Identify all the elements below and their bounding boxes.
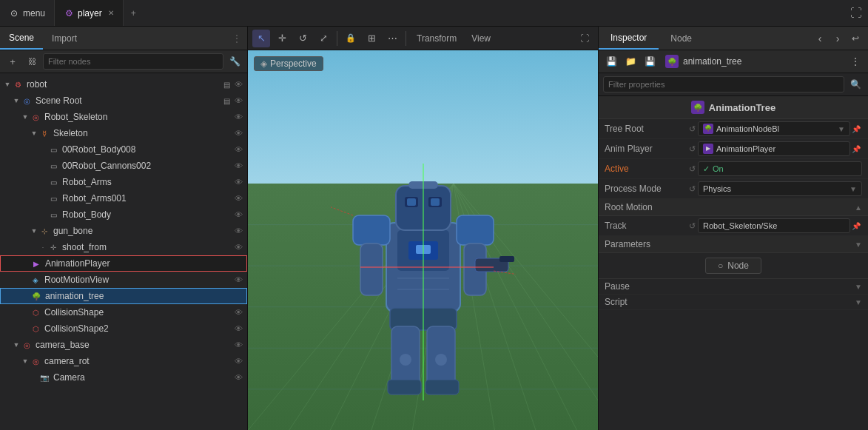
panel-tab-scene[interactable]: Scene (0, 27, 43, 50)
tree-item-camera-rot[interactable]: ▼ ◎ camera_rot 👁 (0, 353, 247, 369)
inspector-settings-btn[interactable]: ⋮ (847, 53, 864, 70)
shoot-from-eye[interactable]: 👁 (232, 241, 244, 253)
prop-value-script[interactable]: ▼ (686, 298, 862, 306)
filter-config-btn[interactable]: 🔧 (226, 53, 243, 70)
panel-tab-import[interactable]: Import (43, 27, 86, 50)
vp-view-label[interactable]: View (465, 33, 497, 44)
vp-transform-label[interactable]: Transform (411, 33, 462, 44)
root-motion-eye[interactable]: 👁 (232, 274, 244, 286)
tree-item-robot[interactable]: ▼ ⚙ robot ▤ 👁 (0, 76, 247, 93)
prop-value-track[interactable]: Robot_Skeleton/Ske (698, 218, 850, 233)
fullscreen-btn[interactable]: ⛶ (844, 7, 868, 20)
viewport-canvas[interactable]: ◈ Perspective (248, 50, 598, 430)
tree-arrow-scene-root[interactable]: ▼ (12, 96, 21, 105)
tree-item-animation-tree[interactable]: 🌳 animation_tree (0, 288, 247, 304)
vp-rotate-btn[interactable]: ↺ (294, 30, 312, 47)
body008-eye[interactable]: 👁 (232, 144, 244, 155)
vp-sep1 (337, 31, 337, 46)
vp-select-btn[interactable]: ↖ (252, 30, 270, 47)
inspector-tab-node[interactable]: Node (659, 27, 704, 50)
tree-arrow-collision2 (21, 324, 30, 333)
inspector-open-folder[interactable]: 📁 (622, 53, 639, 70)
inspector-tab-inspector[interactable]: Inspector (599, 27, 659, 50)
camera-rot-eye[interactable]: 👁 (232, 355, 244, 367)
inspector-nav-next[interactable]: › (830, 30, 846, 47)
prop-value-pause[interactable]: ▼ (686, 283, 862, 291)
tree-arrow-camera-rot[interactable]: ▼ (21, 357, 30, 366)
tree-arrow-skeleton[interactable]: ▼ (30, 129, 38, 138)
tab-player-close[interactable]: ✕ (108, 9, 114, 17)
panel-more-btn[interactable]: ⋮ (226, 33, 247, 44)
tab-menu[interactable]: ⊙ menu (0, 0, 55, 26)
tree-item-robot-skeleton[interactable]: ▼ ◎ Robot_Skeleton 👁 (0, 109, 247, 125)
tree-item-arms[interactable]: ▭ Robot_Arms 👁 (0, 174, 247, 190)
prop-reset-process-mode[interactable]: ↺ (686, 183, 698, 195)
gun-bone-eye[interactable]: 👁 (232, 225, 244, 237)
inspector-history[interactable]: ↩ (847, 30, 864, 47)
prop-value-anim-player[interactable]: ▶ AnimationPlayer (698, 141, 850, 156)
collision1-eye[interactable]: 👁 (232, 306, 244, 318)
robot-extra-icon[interactable]: ▤ (221, 78, 232, 90)
tree-arrow-camera-base[interactable]: ▼ (12, 340, 21, 349)
camera-base-eye[interactable]: 👁 (232, 339, 244, 351)
scene-root-eye[interactable]: 👁 (232, 95, 244, 107)
skeleton-eye[interactable]: 👁 (232, 127, 244, 139)
filter-search-btn[interactable]: 🔍 (847, 76, 864, 93)
prop-value-process-mode[interactable]: Physics ▼ (698, 181, 862, 196)
tree-item-arms001[interactable]: ▭ Robot_Arms001 👁 (0, 190, 247, 206)
prop-value-tree-root[interactable]: 🌳 AnimationNodeBl ▼ (698, 121, 850, 136)
vp-more-btn[interactable]: ⋯ (383, 30, 401, 47)
section-parameters[interactable]: Parameters ▼ (599, 236, 868, 253)
robot-eye-icon[interactable]: 👁 (232, 78, 244, 90)
tree-item-root-motion[interactable]: ◈ RootMotionView 👁 (0, 272, 247, 288)
tree-arrow-robot-skeleton[interactable]: ▼ (21, 112, 30, 121)
link-btn[interactable]: ⛓ (24, 53, 40, 70)
tree-item-collision1[interactable]: ⬡ CollisionShape 👁 (0, 304, 247, 320)
prop-pin-anim-player[interactable]: 📌 (850, 143, 862, 155)
vp-scale-btn[interactable]: ⤢ (314, 30, 332, 47)
cannons-eye[interactable]: 👁 (232, 160, 244, 172)
body-eye[interactable]: 👁 (232, 209, 244, 221)
prop-reset-active[interactable]: ↺ (686, 163, 698, 175)
tree-arrow-gun-bone[interactable]: ▼ (30, 226, 38, 235)
tree-item-camera[interactable]: 📷 Camera 👁 (0, 369, 247, 386)
tree-item-body008[interactable]: ▭ 00Robot_Body008 👁 (0, 141, 247, 158)
prop-reset-anim-player[interactable]: ↺ (686, 143, 698, 155)
tree-item-collision2[interactable]: ⬡ CollisionShape2 👁 (0, 320, 247, 337)
tab-player[interactable]: ⚙ player ✕ (55, 0, 124, 26)
scene-root-extra[interactable]: ▤ (221, 95, 232, 107)
arms-eye[interactable]: 👁 (232, 176, 244, 188)
collision2-eye[interactable]: 👁 (232, 323, 244, 335)
tree-item-body[interactable]: ▭ Robot_Body 👁 (0, 206, 247, 223)
tree-item-gun-bone[interactable]: ▼ ⊹ gun_bone 👁 (0, 223, 247, 239)
robot-skeleton-eye[interactable]: 👁 (232, 111, 244, 123)
vp-snap-btn[interactable]: ⊞ (363, 30, 380, 47)
tree-item-skeleton[interactable]: ▼ ☿ Skeleton 👁 (0, 125, 247, 141)
inspector-nav-prev[interactable]: ‹ (812, 30, 828, 47)
filter-nodes-input[interactable] (43, 53, 223, 70)
tree-item-camera-base[interactable]: ▼ ◎ camera_base 👁 (0, 337, 247, 353)
section-root-motion[interactable]: Root Motion ▲ (599, 199, 868, 216)
vp-fullscreen-btn[interactable]: ⛶ (576, 30, 593, 47)
tree-item-scene-root[interactable]: ▼ ◎ Scene Root ▤ 👁 (0, 93, 247, 109)
add-node-btn[interactable]: + (4, 53, 21, 70)
prop-reset-tree-root[interactable]: ↺ (686, 123, 698, 135)
prop-value-active[interactable]: ✓ On (698, 161, 862, 176)
tree-arrow-robot[interactable]: ▼ (3, 80, 12, 89)
vp-lock-btn[interactable]: 🔒 (342, 30, 360, 47)
tree-item-animation-player[interactable]: ▶ AnimationPlayer (0, 255, 247, 272)
tree-item-cannons[interactable]: ▭ 00Robot_Cannons002 👁 (0, 158, 247, 174)
node-section-btn[interactable]: ○ Node (705, 258, 761, 274)
arms001-eye[interactable]: 👁 (232, 192, 244, 204)
prop-reset-track[interactable]: ↺ (686, 220, 698, 232)
prop-pin-track[interactable]: 📌 (850, 220, 862, 232)
inspector-save-scene[interactable]: 💾 (603, 53, 619, 70)
tab-add-btn[interactable]: + (124, 8, 144, 19)
perspective-badge[interactable]: ◈ Perspective (254, 56, 323, 71)
inspector-save-resource[interactable]: 💾 (642, 53, 658, 70)
prop-pin-tree-root[interactable]: 📌 (850, 123, 862, 135)
tree-item-shoot-from[interactable]: · ✛ shoot_from 👁 (0, 239, 247, 255)
filter-properties-input[interactable] (603, 76, 844, 93)
camera-eye[interactable]: 👁 (232, 372, 244, 383)
vp-move-btn[interactable]: ✛ (273, 30, 291, 47)
